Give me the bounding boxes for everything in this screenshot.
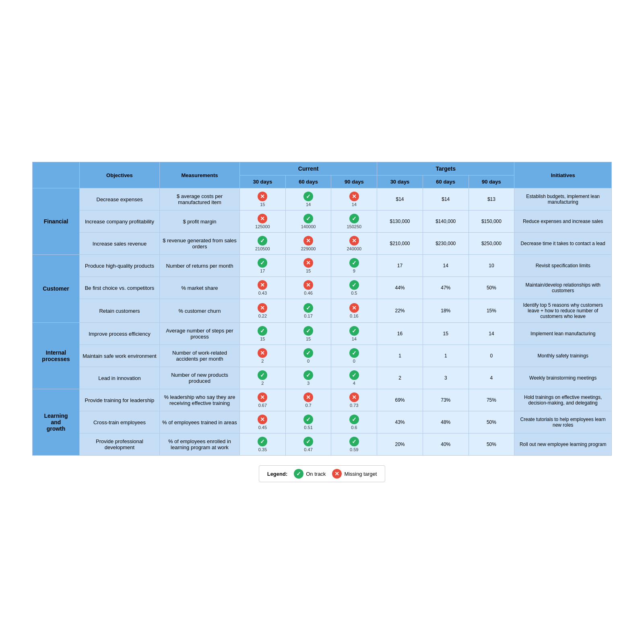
on-track-icon: ✓ <box>303 214 313 223</box>
on-track-icon: ✓ <box>258 236 267 246</box>
target-value-cell: 20% <box>377 433 423 456</box>
target-value-cell: 75% <box>469 389 514 411</box>
missing-target-icon: ✕ <box>258 214 267 223</box>
col-targets-group: Targets <box>377 162 514 175</box>
initiative-cell: Monthly safety trainings <box>514 345 612 367</box>
current-value-cell: ✕0.43 <box>239 277 285 299</box>
current-value-cell: ✓9 <box>331 255 377 277</box>
initiative-cell: Hold trainings on effective meetings, de… <box>514 389 612 411</box>
missing-target-icon: ✕ <box>332 469 342 479</box>
measurement-cell: Number of returns per month <box>159 255 239 277</box>
target-value-cell: 10 <box>469 255 514 277</box>
on-track-icon: ✓ <box>258 370 267 380</box>
on-track-icon: ✓ <box>349 280 359 290</box>
objective-cell: Decrease expenses <box>79 188 159 211</box>
current-value-cell: ✕240000 <box>331 233 377 255</box>
cell-value: 0.46 <box>304 291 312 295</box>
cell-value: 15 <box>260 202 265 207</box>
current-value-cell: ✕0.22 <box>239 299 285 323</box>
initiative-cell: Create tutorials to help employees learn… <box>514 411 612 433</box>
table-row: Retain customers% customer churn✕0.22✓0.… <box>33 299 612 323</box>
measurement-cell: % of employees enrolled in learning prog… <box>159 433 239 456</box>
cell-value: 14 <box>352 336 357 341</box>
cell-value: 229000 <box>301 246 316 251</box>
target-value-cell: $14 <box>423 188 469 211</box>
missing-target-icon: ✕ <box>349 303 359 313</box>
cell-value: 0.5 <box>351 291 357 295</box>
current-value-cell: ✓15 <box>285 323 331 345</box>
table-row: Lead in innovationNumber of new products… <box>33 367 612 389</box>
on-track-icon: ✓ <box>303 437 313 446</box>
cell-value: 0.7 <box>305 403 311 408</box>
current-value-cell: ✓4 <box>331 367 377 389</box>
missing-target-icon: ✕ <box>303 258 313 268</box>
scorecard-table: Objectives Measurements Current Targets … <box>32 162 612 456</box>
cell-value: 150250 <box>347 224 361 229</box>
initiative-cell: Identify top 5 reasons why customers lea… <box>514 299 612 323</box>
col-current-group: Current <box>239 162 377 175</box>
missing-target-icon: ✕ <box>258 192 267 201</box>
current-value-cell: ✓0.47 <box>285 433 331 456</box>
table-row: Increase sales revenue$ revenue generate… <box>33 233 612 255</box>
measurement-cell: % of employees trained in areas <box>159 411 239 433</box>
on-track-icon: ✓ <box>294 469 303 479</box>
target-value-cell: 50% <box>469 433 514 456</box>
current-value-cell: ✓0.6 <box>331 411 377 433</box>
target-value-cell: $130,000 <box>377 211 423 233</box>
on-track-icon: ✓ <box>349 214 359 223</box>
cell-value: 240000 <box>347 246 361 251</box>
target-value-cell: 3 <box>423 367 469 389</box>
on-track-icon: ✓ <box>349 415 359 424</box>
current-value-cell: ✓0.59 <box>331 433 377 456</box>
measurement-cell: % market share <box>159 277 239 299</box>
table-row: Maintain safe work environmentNumber of … <box>33 345 612 367</box>
target-value-cell: $14 <box>377 188 423 211</box>
initiative-cell: Maintain/develop relationships with cust… <box>514 277 612 299</box>
target-value-cell: $150,000 <box>469 211 514 233</box>
cell-value: 15 <box>306 268 311 273</box>
objective-cell: Retain customers <box>79 299 159 323</box>
current-value-cell: ✓0 <box>285 345 331 367</box>
missing-target-label: Missing target <box>344 471 377 477</box>
missing-target-icon: ✕ <box>303 236 313 246</box>
cell-value: 0.51 <box>304 425 312 430</box>
cell-value: 0.47 <box>304 447 312 452</box>
cell-value: 210500 <box>255 246 270 251</box>
target-value-cell: 15% <box>469 299 514 323</box>
target-value-cell: 44% <box>377 277 423 299</box>
objective-cell: Improve process efficiency <box>79 323 159 345</box>
initiative-cell: Revisit specification limits <box>514 255 612 277</box>
category-cell: Customer <box>33 255 80 323</box>
current-value-cell: ✕0.67 <box>239 389 285 411</box>
target-value-cell: $250,000 <box>469 233 514 255</box>
target-30: 30 days <box>377 175 423 188</box>
on-track-icon: ✓ <box>258 258 267 268</box>
measurement-cell: % leadership who say they are receiving … <box>159 389 239 411</box>
target-value-cell: $230,000 <box>423 233 469 255</box>
cell-value: 14 <box>352 202 357 207</box>
current-value-cell: ✕0.73 <box>331 389 377 411</box>
target-value-cell: $210,000 <box>377 233 423 255</box>
current-value-cell: ✕14 <box>331 188 377 211</box>
category-cell: Internal processes <box>33 323 80 389</box>
target-value-cell: 14 <box>423 255 469 277</box>
cell-value: 15 <box>260 336 265 341</box>
target-value-cell: 50% <box>469 277 514 299</box>
current-value-cell: ✓210500 <box>239 233 285 255</box>
cell-value: 0.16 <box>350 314 358 318</box>
current-value-cell: ✕229000 <box>285 233 331 255</box>
on-track-icon: ✓ <box>349 348 359 358</box>
missing-target-icon: ✕ <box>349 392 359 402</box>
objective-cell: Cross-train employees <box>79 411 159 433</box>
cell-value: 140000 <box>301 224 316 229</box>
table-row: FinancialDecrease expenses$ average cost… <box>33 188 612 211</box>
on-track-icon: ✓ <box>303 348 313 358</box>
cell-value: 2 <box>261 381 264 386</box>
on-track-icon: ✓ <box>303 415 313 424</box>
measurement-cell: $ average costs per manufactured item <box>159 188 239 211</box>
cell-value: 0.22 <box>258 314 267 318</box>
cell-value: 14 <box>306 202 311 207</box>
target-value-cell: 73% <box>423 389 469 411</box>
missing-target-icon: ✕ <box>258 348 267 358</box>
current-value-cell: ✕0.16 <box>331 299 377 323</box>
